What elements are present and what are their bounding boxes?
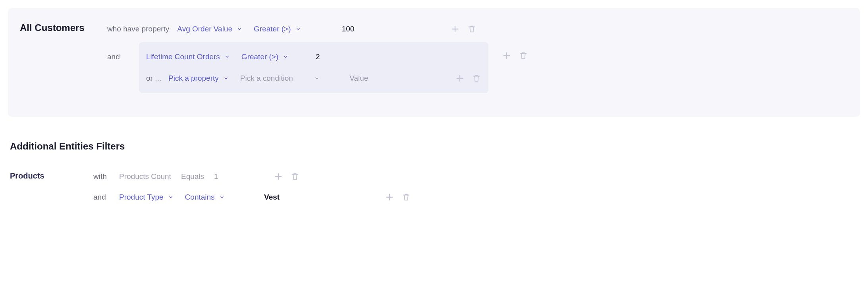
- operator-select-label: Greater (>): [241, 52, 278, 61]
- operator-select[interactable]: Contains: [185, 193, 224, 202]
- plus-icon: [385, 193, 394, 202]
- add-condition-button[interactable]: [385, 192, 394, 202]
- condition-row: and Product Type Contains: [93, 188, 411, 206]
- property-select-label: Product Type: [119, 193, 164, 202]
- chevron-down-icon: [237, 27, 242, 31]
- plus-icon: [502, 51, 511, 60]
- trash-icon: [291, 172, 299, 181]
- condition-row-empty: or ... Pick a property Pick a condition: [146, 69, 481, 87]
- operator-select-placeholder: Pick a condition: [240, 74, 293, 83]
- customers-filter-panel: All Customers who have property Avg Orde…: [8, 8, 860, 117]
- add-condition-button[interactable]: [455, 74, 465, 83]
- plus-icon: [274, 172, 283, 181]
- property-label: Products Count: [119, 172, 171, 181]
- trash-icon: [472, 74, 481, 83]
- operator-select[interactable]: Pick a condition: [240, 74, 319, 83]
- add-condition-button[interactable]: [502, 51, 511, 60]
- delete-condition-button[interactable]: [472, 74, 481, 83]
- value-input[interactable]: [331, 74, 387, 83]
- property-select[interactable]: Pick a property: [168, 74, 228, 83]
- chevron-down-icon: [314, 76, 319, 81]
- delete-condition-button[interactable]: [290, 172, 300, 181]
- plus-icon: [451, 25, 459, 33]
- operator-select-label: Contains: [185, 193, 215, 202]
- value-input[interactable]: [244, 193, 300, 202]
- nested-condition-group: Lifetime Count Orders Greater (>) or ...: [139, 42, 488, 93]
- trash-icon: [402, 193, 411, 202]
- delete-condition-button[interactable]: [401, 192, 411, 202]
- value-input[interactable]: [320, 25, 376, 33]
- chevron-down-icon: [225, 54, 230, 59]
- condition-row: with Products Count Equals 1: [93, 168, 300, 185]
- additional-filters-title: Additional Entities Filters: [10, 141, 860, 152]
- conjunction-or: or ...: [146, 74, 161, 83]
- property-select-label: Lifetime Count Orders: [146, 52, 220, 61]
- plus-icon: [455, 74, 464, 83]
- property-select[interactable]: Avg Order Value: [177, 25, 242, 33]
- add-condition-button[interactable]: [450, 24, 460, 34]
- delete-condition-button[interactable]: [467, 24, 476, 34]
- operator-select[interactable]: Greater (>): [241, 52, 288, 61]
- conjunction-and: and: [107, 48, 131, 66]
- property-select[interactable]: Product Type: [119, 193, 173, 202]
- prefix-with: with: [93, 172, 119, 181]
- operator-select-label: Greater (>): [254, 25, 291, 33]
- condition-row: Lifetime Count Orders Greater (>): [146, 48, 481, 66]
- value-input[interactable]: [302, 52, 334, 61]
- entity-name-products: Products: [10, 168, 93, 184]
- chevron-down-icon: [224, 76, 228, 81]
- delete-condition-button[interactable]: [519, 51, 528, 60]
- condition-row: who have property Avg Order Value Greate…: [107, 20, 476, 38]
- property-select[interactable]: Lifetime Count Orders: [146, 52, 230, 61]
- entity-name-customers: All Customers: [20, 20, 95, 36]
- value-label: 1: [214, 172, 226, 181]
- add-condition-button[interactable]: [274, 172, 283, 181]
- trash-icon: [467, 25, 476, 33]
- property-select-placeholder: Pick a property: [168, 74, 219, 83]
- chevron-down-icon: [283, 54, 288, 59]
- chevron-down-icon: [220, 195, 224, 200]
- chevron-down-icon: [168, 195, 173, 200]
- operator-label: Equals: [181, 172, 204, 181]
- prefix-who-have-property: who have property: [107, 25, 169, 33]
- property-select-label: Avg Order Value: [177, 25, 232, 33]
- trash-icon: [519, 51, 528, 60]
- conjunction-and: and: [93, 193, 119, 202]
- operator-select[interactable]: Greater (>): [254, 25, 300, 33]
- chevron-down-icon: [296, 27, 301, 31]
